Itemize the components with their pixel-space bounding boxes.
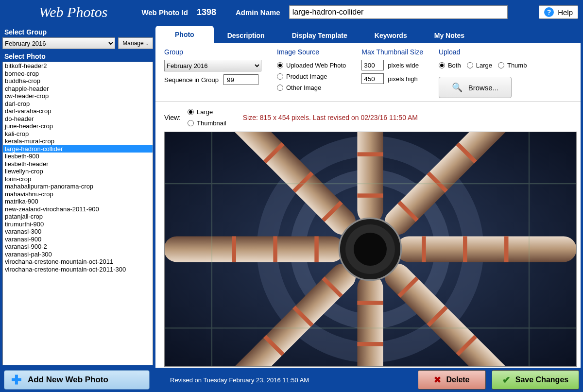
upload-option-label: Thumb xyxy=(507,62,527,69)
image-source-option-label: Other Image xyxy=(286,84,321,91)
group-select[interactable]: February 2016 xyxy=(2,37,115,49)
max-thumb-label: Max Thumbnail Size xyxy=(361,48,423,56)
help-button[interactable]: ? Help xyxy=(539,5,578,19)
list-item[interactable]: tirumurthi-900 xyxy=(3,221,153,228)
image-source-option-label: Uploaded Web Photo xyxy=(286,62,346,69)
thumb-width-input[interactable] xyxy=(361,60,384,70)
image-source-option-other-image[interactable]: Other Image xyxy=(277,82,346,93)
list-item[interactable]: liesbeth-header xyxy=(3,160,153,168)
upload-option-both[interactable]: Both xyxy=(439,60,461,71)
check-icon: ✔ xyxy=(502,374,511,386)
list-item[interactable]: patanjali-crop xyxy=(3,213,153,221)
list-item[interactable]: june-header-crop xyxy=(3,122,153,130)
view-bar: View: LargeThumbnail Size: 815 x 454 pix… xyxy=(155,102,581,132)
tab-bar: PhotoDescriptionDisplay TemplateKeywords… xyxy=(155,27,581,43)
list-item[interactable]: lorin-crop xyxy=(3,175,153,183)
svg-rect-27 xyxy=(357,132,383,223)
tab-display-template[interactable]: Display Template xyxy=(278,28,361,43)
list-item[interactable]: darl-crop xyxy=(3,100,153,108)
photo-settings-panel: Group February 2016 Sequence in Group Im… xyxy=(155,43,581,102)
tab-keywords[interactable]: Keywords xyxy=(361,28,421,43)
list-item[interactable]: varanasi-900 xyxy=(3,236,153,243)
svg-rect-6 xyxy=(504,236,508,262)
save-label: Save Changes xyxy=(515,375,568,384)
list-item[interactable]: do-header xyxy=(3,115,153,123)
view-status: Size: 815 x 454 pixels. Last revised on … xyxy=(243,114,418,121)
list-item[interactable]: kerala-mural-crop xyxy=(3,137,153,145)
list-item[interactable]: varanasi-pal-300 xyxy=(3,251,153,258)
radio-icon xyxy=(277,73,283,80)
upload-label: Upload xyxy=(439,48,527,56)
tab-description[interactable]: Description xyxy=(214,28,278,43)
svg-rect-13 xyxy=(357,342,383,346)
image-source-label: Image Source xyxy=(277,48,346,56)
list-item[interactable]: mahavishnu-crop xyxy=(3,190,153,198)
svg-rect-22 xyxy=(232,236,236,262)
image-source-option-label: Product Image xyxy=(286,73,327,80)
sidebar: Select Group February 2016 Manage .. Sel… xyxy=(0,24,155,368)
list-item[interactable]: varanasi-300 xyxy=(3,228,153,236)
list-item[interactable]: llewellyn-crop xyxy=(3,168,153,175)
photo-list[interactable]: bitkoff-header2borneo-cropbuddha-cropcha… xyxy=(2,62,153,365)
list-item[interactable]: borneo-crop xyxy=(3,70,153,78)
list-item[interactable]: virochana-crestone-mountain-oct-2011-300 xyxy=(3,266,153,273)
save-button[interactable]: ✔ Save Changes xyxy=(492,370,579,390)
help-label: Help xyxy=(558,8,573,17)
svg-rect-29 xyxy=(357,152,383,156)
list-item[interactable]: liesbeth-900 xyxy=(3,153,153,160)
tab-my-notes[interactable]: My Notes xyxy=(421,28,478,43)
photo-id-value: 1398 xyxy=(197,7,216,17)
svg-rect-20 xyxy=(314,236,318,262)
app-title: Web Photos xyxy=(5,4,122,20)
sequence-input[interactable] xyxy=(223,74,258,85)
thumb-height-input[interactable] xyxy=(361,73,384,84)
list-item[interactable]: new-zealand-virochana-2011-900 xyxy=(3,205,153,213)
list-item[interactable]: varanasi-900-2 xyxy=(3,243,153,251)
x-icon: ✖ xyxy=(434,375,441,385)
list-item[interactable]: buddha-crop xyxy=(3,77,153,85)
group-field-label: Group xyxy=(164,48,261,56)
main-panel: PhotoDescriptionDisplay TemplateKeywords… xyxy=(155,27,581,368)
browse-button[interactable]: 🔍 Browse... xyxy=(439,77,512,98)
list-item[interactable]: large-hadron-collider xyxy=(3,145,153,153)
upload-option-label: Both xyxy=(448,62,461,69)
list-item[interactable]: bitkoff-header2 xyxy=(3,62,153,70)
view-label: View: xyxy=(164,114,181,121)
tab-photo[interactable]: Photo xyxy=(155,26,214,43)
list-item[interactable]: virochana-crestone-mountain-oct-2011 xyxy=(3,258,153,266)
manage-button[interactable]: Manage .. xyxy=(118,37,153,49)
sequence-label: Sequence in Group xyxy=(164,76,219,84)
admin-name-input[interactable] xyxy=(289,5,508,19)
svg-rect-28 xyxy=(357,193,383,197)
upload-option-thumb[interactable]: Thumb xyxy=(498,60,527,71)
help-icon: ? xyxy=(544,7,554,17)
list-item[interactable]: kali-crop xyxy=(3,130,153,138)
header: Web Photos Web Photo Id 1398 Admin Name … xyxy=(0,0,583,24)
image-source-option-product-image[interactable]: Product Image xyxy=(277,71,346,82)
svg-rect-5 xyxy=(463,236,467,262)
plus-icon: ✚ xyxy=(11,373,22,388)
photo-preview xyxy=(164,132,577,367)
list-item[interactable]: cw-header-crop xyxy=(3,92,153,100)
add-photo-label: Add New Web Photo xyxy=(28,375,108,385)
svg-point-37 xyxy=(354,233,387,266)
view-option-large[interactable]: Large xyxy=(188,106,226,118)
list-item[interactable]: chapple-header xyxy=(3,85,153,93)
lhc-illustration xyxy=(165,132,576,366)
delete-label: Delete xyxy=(446,375,469,384)
list-item[interactable]: darl-varaha-crop xyxy=(3,107,153,115)
svg-rect-21 xyxy=(273,236,277,262)
add-photo-button[interactable]: ✚ Add New Web Photo xyxy=(4,370,150,390)
image-source-option-uploaded-web-photo[interactable]: Uploaded Web Photo xyxy=(277,60,346,71)
list-item[interactable]: matrika-900 xyxy=(3,198,153,205)
list-item[interactable]: mahabalipuram-panorama-crop xyxy=(3,183,153,190)
svg-rect-12 xyxy=(357,301,383,305)
pixels-high-label: pixels high xyxy=(388,75,417,83)
view-option-thumbnail[interactable]: Thumbnail xyxy=(188,118,226,129)
radio-icon xyxy=(439,62,445,68)
magnifier-icon: 🔍 xyxy=(452,82,463,93)
upload-option-large[interactable]: Large xyxy=(467,60,492,71)
group-field-select[interactable]: February 2016 xyxy=(164,60,261,71)
delete-button[interactable]: ✖ Delete xyxy=(418,370,486,390)
radio-icon xyxy=(467,62,473,68)
